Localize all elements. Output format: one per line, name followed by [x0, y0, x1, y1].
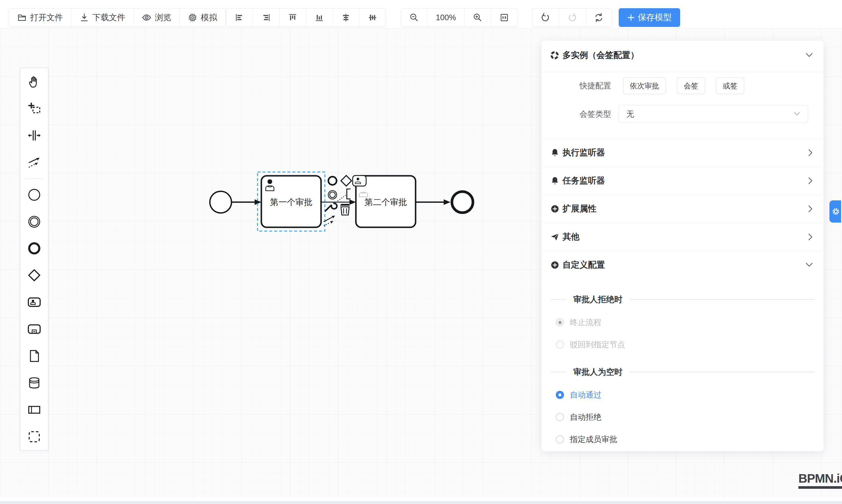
end-event-shape[interactable]	[452, 192, 473, 213]
align-bottom-icon	[314, 13, 324, 22]
section-label: 自定义配置	[562, 259, 805, 271]
radio-button	[556, 435, 564, 444]
section-label: 任务监听器	[562, 175, 808, 187]
radio-button	[556, 391, 564, 399]
palette-gateway[interactable]	[20, 262, 48, 289]
align-left-button[interactable]	[226, 8, 252, 26]
start-event-shape[interactable]	[210, 191, 231, 213]
radio-button	[556, 413, 564, 421]
open-file-button[interactable]: 打开文件	[9, 8, 71, 26]
divider-line	[550, 372, 566, 372]
divider-line	[550, 299, 566, 300]
section-custom-config[interactable]: 自定义配置	[541, 251, 824, 279]
append-gateway-icon[interactable]	[341, 176, 351, 186]
radio-label: 自动通过	[570, 390, 601, 400]
palette-user-task[interactable]	[20, 289, 48, 316]
bpmn-io-logo-text: BPMN.iO	[799, 471, 842, 486]
palette-end-event[interactable]	[20, 235, 48, 262]
append-intermediate-event-inner	[330, 192, 335, 198]
section-execution-listener[interactable]: 执行监听器	[541, 138, 824, 166]
radio-button	[556, 341, 564, 349]
reject-group-title-text: 审批人拒绝时	[573, 294, 622, 305]
quick-config-options: 依次审批 会签 或签	[623, 77, 744, 94]
task-first-approval[interactable]: 第一个审批	[261, 176, 321, 227]
plus-circle-icon	[550, 204, 560, 214]
lasso-tool[interactable]	[20, 95, 48, 122]
save-model-button[interactable]: 保存模型	[619, 8, 680, 27]
task2-label: 第二个审批	[365, 197, 407, 207]
sequence-flow-1[interactable]	[232, 199, 261, 205]
connect-icon[interactable]	[324, 216, 335, 226]
section-extended-properties[interactable]: 扩展属性	[541, 195, 824, 222]
horizontal-scrollbar[interactable]	[0, 501, 842, 504]
radio-auto-reject[interactable]: 自动拒绝	[541, 409, 824, 425]
sign-type-select[interactable]: 无	[618, 105, 808, 123]
empty-group-title: 审批人为空时	[541, 363, 824, 381]
wrench-icon[interactable]	[326, 203, 337, 211]
palette-data-object[interactable]	[20, 343, 48, 370]
align-top-button[interactable]	[279, 8, 306, 26]
space-tool[interactable]	[20, 122, 48, 149]
context-pad	[324, 176, 351, 226]
zoom-level[interactable]: 100%	[427, 8, 464, 26]
radio-assign-member[interactable]: 指定成员审批	[541, 431, 824, 448]
sequence-flow-3[interactable]	[416, 199, 451, 205]
align-center-button[interactable]	[332, 8, 359, 26]
align-right-button[interactable]	[252, 8, 279, 26]
chevron-down-icon	[794, 112, 800, 116]
plus-circle-icon	[550, 260, 560, 270]
append-text-annotation-icon[interactable]	[337, 189, 351, 201]
quick-option-orsign[interactable]: 或签	[716, 77, 744, 94]
hand-tool[interactable]	[20, 68, 48, 95]
panel-title: 多实例（会签配置）	[562, 50, 805, 61]
refresh-button[interactable]	[585, 8, 612, 26]
simulate-label: 模拟	[201, 12, 217, 23]
radio-return-to-node[interactable]: 驳回到指定节点	[541, 336, 824, 353]
zoom-in-button[interactable]	[464, 8, 491, 26]
redo-button[interactable]	[559, 8, 585, 26]
download-icon	[80, 13, 89, 22]
append-user-task-icon[interactable]	[353, 176, 366, 186]
chevron-down-icon	[805, 263, 813, 268]
folder-icon	[17, 13, 27, 22]
connect-tool-icon	[28, 156, 41, 169]
radio-auto-pass[interactable]: 自动通过	[541, 387, 824, 403]
align-bottom-button[interactable]	[306, 8, 332, 26]
section-task-listener[interactable]: 任务监听器	[541, 166, 824, 195]
bpmn-diagram: 第一个审批	[205, 164, 483, 243]
palette-participant[interactable]	[20, 396, 48, 423]
preview-button[interactable]: 浏览	[134, 8, 179, 26]
align-middle-button[interactable]	[359, 8, 386, 26]
download-file-button[interactable]: 下载文件	[71, 8, 134, 26]
preview-label: 浏览	[155, 12, 171, 23]
sequence-flow-2[interactable]	[321, 199, 356, 205]
data-store-icon	[28, 376, 41, 390]
panel-header[interactable]: 多实例（会签配置）	[541, 41, 824, 72]
trash-icon[interactable]	[340, 204, 350, 215]
palette-intermediate-event[interactable]	[20, 208, 48, 235]
subprocess-icon	[28, 322, 41, 336]
bpmn-io-logo[interactable]: BPMN.iO	[799, 471, 842, 489]
palette-group[interactable]	[20, 423, 48, 450]
bell-icon	[550, 176, 560, 185]
palette-start-event[interactable]	[20, 181, 48, 208]
fit-viewport-button[interactable]	[491, 8, 518, 26]
quick-option-countersign[interactable]: 会签	[677, 77, 705, 94]
section-other[interactable]: 其他	[541, 222, 824, 251]
lasso-tool-icon	[28, 102, 41, 115]
palette-data-store[interactable]	[20, 370, 48, 396]
align-top-icon	[288, 13, 298, 22]
quick-option-sequential[interactable]: 依次审批	[623, 77, 666, 94]
connect-tool[interactable]	[20, 149, 48, 176]
user-task-icon	[28, 295, 41, 309]
top-toolbar: 打开文件 下载文件 浏览 模拟	[0, 0, 842, 28]
palette-subprocess[interactable]	[20, 316, 48, 343]
sign-type-row: 会签类型 无	[541, 105, 824, 123]
append-end-event-icon[interactable]	[328, 177, 337, 185]
undo-button[interactable]	[532, 8, 559, 26]
chevron-right-icon	[808, 233, 813, 241]
simulate-button[interactable]: 模拟	[179, 8, 225, 26]
radio-terminate-process[interactable]: 终止流程	[541, 314, 824, 330]
settings-tab[interactable]	[829, 200, 841, 222]
zoom-out-button[interactable]	[401, 8, 427, 26]
